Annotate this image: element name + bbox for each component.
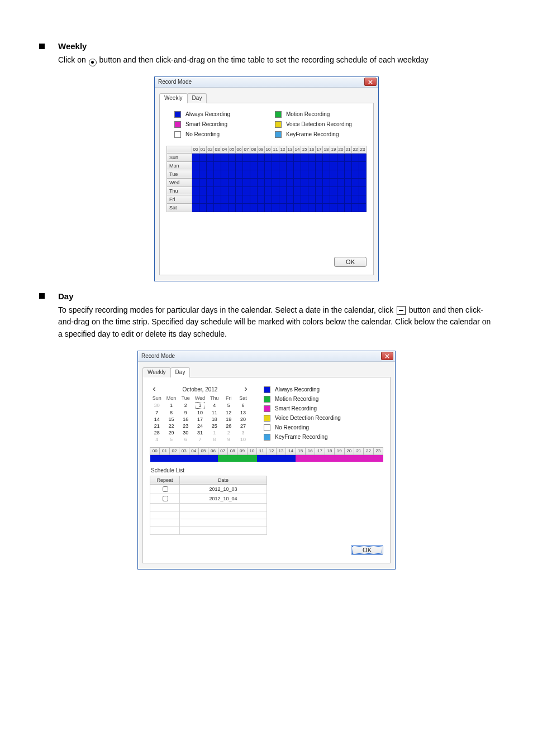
weekly-cell[interactable]: [359, 161, 367, 170]
weekly-cell[interactable]: [258, 203, 265, 212]
calendar-day[interactable]: 30: [178, 429, 193, 436]
weekly-cell[interactable]: [221, 178, 229, 186]
weekly-cell[interactable]: [323, 153, 330, 161]
weekly-cell[interactable]: [316, 170, 323, 178]
weekly-row[interactable]: Thu: [167, 186, 367, 195]
strip-cell[interactable]: [335, 454, 344, 462]
calendar-day[interactable]: 12: [222, 409, 236, 416]
weekly-cell[interactable]: [214, 170, 221, 178]
calendar-day[interactable]: 14: [150, 416, 164, 423]
weekly-cell[interactable]: [308, 153, 316, 161]
weekly-cell[interactable]: [214, 153, 221, 161]
weekly-cell[interactable]: [221, 195, 229, 203]
weekly-cell[interactable]: [192, 170, 199, 178]
weekly-cell[interactable]: [287, 153, 294, 161]
next-month-icon[interactable]: [244, 387, 248, 391]
strip-cell[interactable]: [296, 454, 305, 462]
calendar-day[interactable]: 30: [150, 401, 164, 409]
weekly-cell[interactable]: [258, 178, 265, 186]
weekly-cell[interactable]: [308, 186, 316, 195]
tab-day[interactable]: Day: [187, 93, 207, 103]
weekly-cell[interactable]: [199, 178, 207, 186]
calendar-day[interactable]: 2: [222, 429, 236, 436]
weekly-cell[interactable]: [316, 195, 323, 203]
weekly-cell[interactable]: [345, 178, 352, 186]
calendar-day[interactable]: 31: [193, 429, 207, 436]
calendar-day[interactable]: 4: [150, 436, 164, 443]
weekly-cell[interactable]: [192, 153, 199, 161]
day-hour-strip[interactable]: 0001020304050607080910111213141516171819…: [150, 447, 383, 462]
weekly-cell[interactable]: [352, 178, 359, 186]
weekly-cell[interactable]: [359, 170, 367, 178]
weekly-cell[interactable]: [323, 203, 330, 212]
weekly-cell[interactable]: [214, 178, 221, 186]
calendar-day[interactable]: 20: [236, 416, 250, 423]
weekly-cell[interactable]: [258, 195, 265, 203]
weekly-cell[interactable]: [301, 195, 308, 203]
calendar-day[interactable]: 19: [222, 416, 236, 423]
strip-cell[interactable]: [373, 454, 383, 462]
weekly-cell[interactable]: [287, 203, 294, 212]
weekly-cell[interactable]: [345, 161, 352, 170]
calendar-day[interactable]: 3: [236, 429, 250, 436]
weekly-cell[interactable]: [301, 186, 308, 195]
weekly-cell[interactable]: [287, 161, 294, 170]
strip-cell[interactable]: [150, 454, 160, 462]
weekly-cell[interactable]: [352, 170, 359, 178]
weekly-cell[interactable]: [345, 195, 352, 203]
weekly-cell[interactable]: [330, 178, 337, 186]
weekly-cell[interactable]: [301, 153, 308, 161]
weekly-cell[interactable]: [279, 161, 287, 170]
calendar-day[interactable]: 6: [236, 401, 250, 409]
weekly-cell[interactable]: [301, 161, 308, 170]
weekly-cell[interactable]: [192, 161, 199, 170]
weekly-cell[interactable]: [359, 153, 367, 161]
weekly-cell[interactable]: [250, 186, 258, 195]
weekly-cell[interactable]: [337, 170, 345, 178]
weekly-cell[interactable]: [265, 161, 272, 170]
weekly-cell[interactable]: [272, 153, 279, 161]
weekly-cell[interactable]: [301, 178, 308, 186]
weekly-cell[interactable]: [294, 203, 301, 212]
weekly-cell[interactable]: [214, 203, 221, 212]
weekly-cell[interactable]: [287, 170, 294, 178]
weekly-cell[interactable]: [272, 186, 279, 195]
weekly-cell[interactable]: [221, 161, 229, 170]
weekly-cell[interactable]: [330, 161, 337, 170]
weekly-cell[interactable]: [352, 195, 359, 203]
calendar-day[interactable]: 9: [178, 409, 193, 416]
weekly-cell[interactable]: [221, 186, 229, 195]
calendar-day[interactable]: 25: [207, 423, 222, 429]
schedule-list-table[interactable]: Repeat Date 2012_10_032012_10_04: [150, 476, 267, 535]
weekly-cell[interactable]: [250, 178, 258, 186]
weekly-cell[interactable]: [243, 178, 250, 186]
weekly-cell[interactable]: [207, 161, 214, 170]
strip-cell[interactable]: [189, 454, 198, 462]
ok-button[interactable]: OK: [351, 545, 383, 555]
weekly-cell[interactable]: [323, 195, 330, 203]
weekly-cell[interactable]: [236, 203, 243, 212]
weekly-cell[interactable]: [265, 178, 272, 186]
weekly-cell[interactable]: [236, 170, 243, 178]
strip-cell[interactable]: [218, 454, 227, 462]
calendar-day[interactable]: 22: [164, 423, 179, 429]
weekly-cell[interactable]: [214, 161, 221, 170]
calendar-day[interactable]: 16: [178, 416, 193, 423]
weekly-cell[interactable]: [236, 186, 243, 195]
weekly-cell[interactable]: [316, 161, 323, 170]
weekly-cell[interactable]: [258, 186, 265, 195]
weekly-cell[interactable]: [192, 178, 199, 186]
weekly-cell[interactable]: [352, 153, 359, 161]
strip-cell[interactable]: [169, 454, 179, 462]
calendar-day[interactable]: 11: [207, 409, 222, 416]
strip-cell[interactable]: [325, 454, 334, 462]
ok-button[interactable]: OK: [334, 257, 367, 267]
calendar[interactable]: October, 2012 SunMonTueWedThuFriSat 3012…: [150, 385, 250, 443]
weekly-cell[interactable]: [236, 195, 243, 203]
weekly-cell[interactable]: [265, 170, 272, 178]
strip-cell[interactable]: [266, 454, 276, 462]
weekly-cell[interactable]: [359, 178, 367, 186]
weekly-cell[interactable]: [337, 161, 345, 170]
weekly-cell[interactable]: [316, 186, 323, 195]
weekly-cell[interactable]: [279, 203, 287, 212]
